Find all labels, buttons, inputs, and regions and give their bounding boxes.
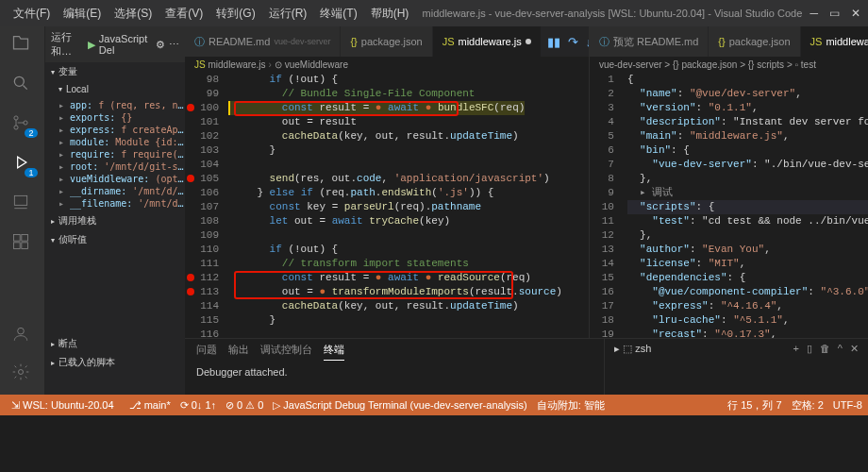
svg-line-1 — [23, 86, 26, 90]
bottom-panel: 问题输出调试控制台终端 Debugger attached. + ▯ 🗑 ^ ✕… — [185, 338, 868, 395]
terminal-output[interactable]: Debugger attached. — [185, 364, 604, 379]
account-icon[interactable] — [11, 325, 34, 347]
main-menu: 文件(F) 编辑(E) 选择(S) 查看(V) 转到(G) 运行(R) 终端(T… — [8, 4, 414, 24]
git-branch[interactable]: ⎇ main* — [129, 399, 171, 412]
encoding[interactable]: UTF-8 — [833, 399, 862, 411]
loaded-scripts-section[interactable]: ▸已载入的脚本 — [45, 353, 185, 372]
svg-point-12 — [18, 370, 23, 375]
code-editor-left[interactable]: 9899100101102103104105106107108109110111… — [185, 73, 589, 338]
tab-package-json[interactable]: {} package.json — [709, 26, 800, 57]
variable-row[interactable]: ▸ __filename: '/mnt/d/git-source — [58, 197, 185, 210]
debug-step-over-icon[interactable]: ↷ — [568, 35, 578, 49]
split-terminal-icon[interactable]: ▯ — [807, 343, 812, 355]
debug-settings-icon[interactable]: ⚙ — [156, 39, 165, 51]
tab-middleware-js[interactable]: JS middleware.js — [433, 26, 542, 57]
debug-icon[interactable] — [11, 153, 34, 176]
terminal-side: + ▯ 🗑 ^ ✕ ▸ ⬚ zsh — [604, 339, 868, 395]
breadcrumb-left[interactable]: JS middleware.js›⊙ vueMiddleware — [185, 57, 589, 73]
git-sync[interactable]: ⟳ 0↓ 1↑ — [180, 399, 216, 412]
debug-config-select[interactable]: JavaScript Del — [99, 33, 152, 56]
variable-row[interactable]: ▸ app: f (req, res, next) {\n — [58, 99, 185, 111]
cursor-position[interactable]: 行 15，列 7 — [727, 398, 781, 413]
auto-attach[interactable]: 自动附加: 智能 — [537, 398, 605, 413]
menu-goto[interactable]: 转到(G) — [210, 4, 260, 24]
close-panel-icon[interactable]: ✕ — [850, 343, 859, 355]
svg-point-2 — [13, 116, 17, 120]
svg-rect-9 — [13, 243, 20, 249]
variable-row[interactable]: ▸ module: Module {id: '.', path: — [58, 136, 185, 148]
menu-file[interactable]: 文件(F) — [8, 4, 56, 24]
panel-tab-0[interactable]: 问题 — [196, 343, 217, 361]
breakpoints-section[interactable]: ▸断点 — [45, 334, 185, 353]
code-editor-right[interactable]: 123456789101112131415161718192021222324 … — [590, 73, 868, 338]
debug-toolbar: ▮▮ ↷ ↓ ↑ ↻ ■ ⬨ middleware.js ▷ ▯▯ ⋯ — [542, 26, 589, 57]
svg-rect-5 — [14, 195, 26, 205]
tab-README-md[interactable]: ⓘ 预览 README.md — [590, 26, 709, 57]
debug-pause-icon[interactable]: ▮▮ — [547, 35, 560, 49]
debug-step-into-icon[interactable]: ↓ — [586, 35, 589, 49]
search-icon[interactable] — [11, 74, 34, 96]
maximize-panel-icon[interactable]: ^ — [838, 343, 843, 355]
variable-row[interactable]: ▸ vueMiddleware: (options = defau… — [58, 173, 185, 185]
remote-indicator[interactable]: ⇲ WSL: Ubuntu-20.04 — [6, 399, 120, 412]
editor-area: ⓘ README.md vue-dev-server{} package.jso… — [185, 26, 868, 395]
tabs-left: ⓘ README.md vue-dev-server{} package.jso… — [185, 26, 589, 57]
editor-group-left: ⓘ README.md vue-dev-server{} package.jso… — [185, 26, 590, 338]
debug-session[interactable]: ▷ JavaScript Debug Terminal (vue-dev-ser… — [273, 399, 526, 412]
menu-help[interactable]: 帮助(H) — [365, 4, 415, 24]
menu-edit[interactable]: 编辑(E) — [58, 4, 107, 24]
menu-run[interactable]: 运行(R) — [263, 4, 313, 24]
sidebar: 运行和… ▶ JavaScript Del ⚙ ⋯ ▾变量 ▾Local ▸ a… — [45, 26, 185, 395]
variables-tree: ▸ app: f (req, res, next) {\n▸ exports: … — [45, 97, 185, 211]
callstack-section[interactable]: ▸调用堆栈 — [45, 211, 185, 230]
tab-README-md[interactable]: ⓘ README.md vue-dev-server — [185, 26, 341, 57]
svg-point-4 — [23, 121, 26, 125]
extensions-icon[interactable] — [11, 232, 34, 255]
panel-tabs: 问题输出调试控制台终端 — [185, 339, 604, 364]
panel-tab-3[interactable]: 终端 — [324, 343, 344, 361]
svg-point-3 — [13, 126, 17, 129]
window-title: middleware.js - vue-dev-server-analysis … — [414, 8, 810, 19]
remote-explorer-icon[interactable] — [11, 193, 34, 215]
editor-group-right: ⓘ 预览 README.md{} package.jsonJS middlewa… — [590, 26, 868, 338]
statusbar: ⇲ WSL: Ubuntu-20.04 ⎇ main* ⟳ 0↓ 1↑ ⊘ 0 … — [0, 395, 868, 415]
tabs-right: ⓘ 预览 README.md{} package.jsonJS middlewa… — [590, 26, 868, 57]
svg-rect-7 — [13, 235, 20, 242]
local-scope[interactable]: ▾Local — [45, 81, 185, 97]
variable-row[interactable]: ▸ require: f require(path) {\n — [58, 148, 185, 160]
run-label: 运行和… — [51, 30, 84, 59]
tab-middleware-js[interactable]: JS middleware.js — [801, 26, 868, 57]
breadcrumb-right[interactable]: vue-dev-server > {} package.json > {} sc… — [590, 57, 868, 73]
svg-point-0 — [14, 76, 24, 86]
variable-row[interactable]: ▸ exports: {} — [58, 111, 185, 124]
activity-bar — [0, 26, 45, 395]
variable-row[interactable]: ▸ root: '/mnt/d/git-source/githu — [58, 160, 185, 173]
new-terminal-icon[interactable]: + — [793, 343, 798, 355]
window-controls: ─ ▭ ✕ — [810, 7, 860, 20]
problems[interactable]: ⊘ 0 ⚠ 0 — [225, 399, 263, 412]
debug-run-header: 运行和… ▶ JavaScript Del ⚙ ⋯ — [45, 26, 185, 62]
titlebar: 文件(F) 编辑(E) 选择(S) 查看(V) 转到(G) 运行(R) 终端(T… — [0, 0, 868, 26]
source-control-icon[interactable] — [11, 113, 34, 136]
svg-rect-8 — [21, 235, 27, 242]
variable-row[interactable]: ▸ __dirname: '/mnt/d/git-source/ — [58, 185, 185, 197]
variables-section[interactable]: ▾变量 — [45, 62, 185, 81]
menu-terminal[interactable]: 终端(T) — [314, 4, 362, 24]
minimize-button[interactable]: ─ — [810, 7, 818, 20]
settings-icon[interactable] — [11, 362, 34, 385]
indentation[interactable]: 空格: 2 — [792, 398, 824, 413]
variable-row[interactable]: ▸ express: f createApplication() — [58, 124, 185, 136]
maximize-button[interactable]: ▭ — [829, 7, 840, 20]
tab-package-json[interactable]: {} package.json — [341, 26, 432, 57]
watch-section[interactable]: ▾侦听值 — [45, 230, 185, 249]
menu-view[interactable]: 查看(V) — [159, 4, 209, 24]
explorer-icon[interactable] — [11, 34, 34, 57]
close-button[interactable]: ✕ — [851, 7, 860, 20]
more-icon[interactable]: ⋯ — [169, 39, 179, 51]
start-debug-button[interactable]: ▶ — [88, 39, 95, 51]
panel-tab-2[interactable]: 调试控制台 — [260, 343, 312, 361]
kill-terminal-icon[interactable]: 🗑 — [820, 343, 830, 355]
menu-select[interactable]: 选择(S) — [108, 4, 158, 24]
svg-rect-10 — [21, 243, 27, 249]
panel-tab-1[interactable]: 输出 — [228, 343, 249, 361]
